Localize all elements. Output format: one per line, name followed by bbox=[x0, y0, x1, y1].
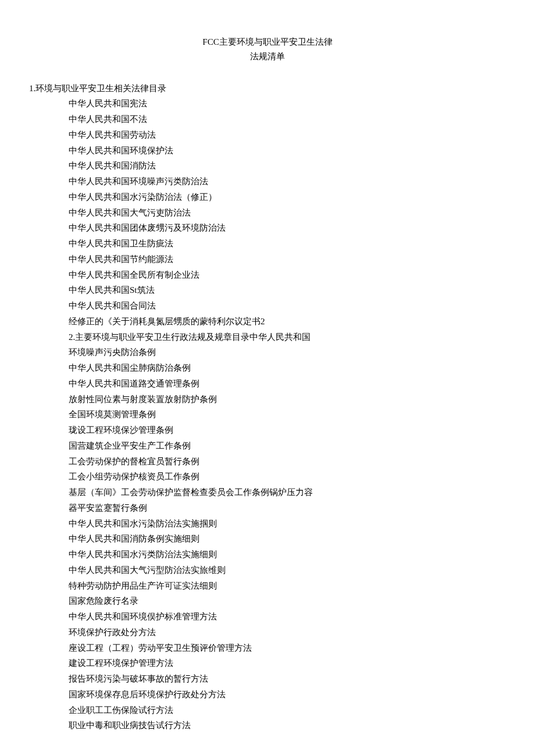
list-item: 中华人民共和国水污染防治法（修正） bbox=[69, 190, 506, 205]
list-item: 国营建筑企业平安生产工作条例 bbox=[69, 439, 506, 453]
list-item: 特种劳动防护用品生产许可证实法细则 bbox=[69, 579, 506, 593]
list-item: 国家环境保存息后环境保护行政处分方法 bbox=[69, 687, 506, 702]
list-item: 中华人民共和国水污类防治法实施细则 bbox=[69, 547, 506, 562]
list-item: 珑设工程环境保沙管理条例 bbox=[69, 423, 506, 438]
list-item: 中华人民共和国水污染防治法实施掴则 bbox=[69, 517, 506, 531]
list-item: 中华人民共和国环境保护法 bbox=[69, 144, 506, 158]
list-item: 环境噪声污央防治条例 bbox=[69, 345, 506, 360]
list-item: 中华人民共和国卫生防疵法 bbox=[69, 237, 506, 251]
list-item: 中华人民共和国大气污吏防治法 bbox=[69, 206, 506, 220]
list-item: 中华人民共和国劳动法 bbox=[69, 128, 506, 142]
list-item: 基层（车间》工会劳动保护监督检查委员会工作条例锅炉压力容 bbox=[69, 485, 506, 500]
list-item: 环境保护行政处分方法 bbox=[69, 625, 506, 640]
list-item: 中华人民共和国节约能源法 bbox=[69, 252, 506, 267]
list-item: 经修正的《关于消耗臭氮层甥质的蒙特利尔议定书2 bbox=[69, 314, 506, 329]
list-item: 中华人民共和国合同法 bbox=[69, 299, 506, 313]
document-page: FCC主要环境与职业平安卫生法律 法规清单 1.环境与职业平安卫生相关法律目录 … bbox=[0, 0, 535, 756]
list-item: 中华人民共和国不法 bbox=[69, 112, 506, 127]
document-title-block: FCC主要环境与职业平安卫生法律 法规清单 bbox=[29, 35, 506, 64]
list-item: 全国环境莫测管理条例 bbox=[69, 407, 506, 422]
list-item: 企业职工工伤保险试行方法 bbox=[69, 703, 506, 718]
law-list: 中华人民共和国宪法 中华人民共和国不法 中华人民共和国劳动法 中华人民共和国环境… bbox=[69, 96, 506, 733]
list-item: 座设工程（工程）劳动平安卫生预评价管理方法 bbox=[69, 641, 506, 655]
list-item: 中华人民共和国消防条例实施细则 bbox=[69, 532, 506, 546]
list-item: 中华人民共和国全民所有制企业法 bbox=[69, 268, 506, 282]
list-item: 中华人民共和国宪法 bbox=[69, 96, 506, 111]
list-item: 工会劳动保护的督检宜员暂行条例 bbox=[69, 454, 506, 469]
list-item: 中华人民共和国环境噪声污类防治法 bbox=[69, 174, 506, 189]
list-item: 国家危险废行名录 bbox=[69, 594, 506, 608]
title-line-1: FCC主要环境与职业平安卫生法律 bbox=[29, 35, 506, 49]
list-item: 中华人民共和国道路交通管理条例 bbox=[69, 377, 506, 391]
title-line-2: 法规清单 bbox=[29, 49, 506, 64]
list-item: 2.主要环境与职业平安卫生行政法规及规章目录中华人民共和国 bbox=[69, 330, 506, 345]
list-item: 报告环境污染与破坏事故的暂行方法 bbox=[69, 672, 506, 686]
list-item: 职业中毒和职业病技告试行方法 bbox=[69, 718, 506, 733]
list-item: 中华人民共和国St筑法 bbox=[69, 283, 506, 298]
list-item: 中华人民共和国消防法 bbox=[69, 159, 506, 173]
list-item: 中华人民共和国环境俣护标准管理方法 bbox=[69, 610, 506, 624]
list-item: 建设工程环境保护管理方法 bbox=[69, 656, 506, 671]
list-item: 中华人民共和国大气污型防治法实旅维则 bbox=[69, 563, 506, 578]
list-item: 放射性同位素与射度装置放射防护条例 bbox=[69, 392, 506, 407]
section-1-heading: 1.环境与职业平安卫生相关法律目录 bbox=[29, 81, 506, 96]
list-item: 中华人民共和国尘肺病防治条例 bbox=[69, 361, 506, 375]
list-item: 中华人民共和国团体废甥污及环境防治法 bbox=[69, 221, 506, 235]
list-item: 工会小组劳动保护核资员工作条例 bbox=[69, 470, 506, 484]
list-item: 器平安监蹇暂行条例 bbox=[69, 501, 506, 515]
